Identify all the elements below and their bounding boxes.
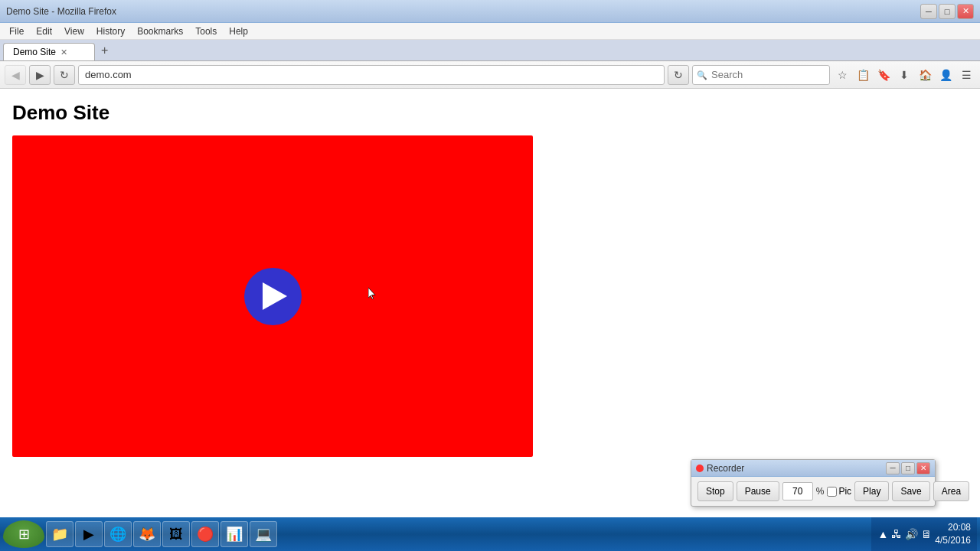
taskbar-recorder-app[interactable]: 🔴 [191,521,219,547]
recorder-controls: Stop Pause % Pic Play Save Area [691,477,935,506]
title-bar: Demo Site - Mozilla Firefox ─ □ ✕ [0,0,980,23]
page-title: Demo Site [12,101,968,125]
svg-marker-0 [368,288,375,299]
back-button[interactable]: ◀ [5,65,26,85]
close-button[interactable]: ✕ [957,4,974,19]
clock-time: 20:08 [935,521,971,534]
recorder-widget: Recorder ─ □ ✕ Stop Pause % Pic Play Sav… [691,459,936,507]
minimize-button[interactable]: ─ [920,4,937,19]
address-bar[interactable] [78,65,665,85]
new-tab-button[interactable]: + [95,41,114,60]
page-content: Demo Site [0,89,980,517]
search-icon: 🔍 [697,70,707,80]
save-button[interactable]: Save [892,481,929,501]
pocket-icon[interactable]: 🔖 [874,66,893,84]
tab-close-icon[interactable]: ✕ [60,47,67,57]
menu-edit[interactable]: Edit [30,24,58,38]
bookmark-star-icon[interactable]: ☆ [833,66,851,84]
pic-checkbox[interactable] [827,487,837,497]
fps-input[interactable] [782,482,813,500]
pause-button[interactable]: Pause [737,481,779,501]
menu-bar: File Edit View History Bookmarks Tools H… [0,23,980,40]
mouse-cursor [368,287,377,301]
system-clock[interactable]: 20:08 4/5/2016 [935,521,971,547]
forward-button[interactable]: ▶ [29,65,51,85]
play-button[interactable] [244,268,302,325]
chrome-icon: 🌐 [109,526,126,543]
file-explorer-icon: 📁 [51,526,68,543]
recorder-window-controls: ─ □ ✕ [886,462,930,474]
menu-help[interactable]: Help [223,24,254,38]
percent-sign: % [816,486,825,497]
taskbar: ⊞ 📁 ▶ 🌐 🦊 🖼 🔴 📊 💻 ▲ 🖧 🔊 [0,517,980,551]
terminal-icon: 💻 [255,526,272,543]
media-player-icon: ▶ [83,526,94,543]
taskbar-chrome[interactable]: 🌐 [104,521,132,547]
restore-button[interactable]: □ [939,4,956,19]
recorder-title-label: Recorder [707,463,883,474]
play-rec-button[interactable]: Play [854,481,889,501]
play-icon [263,282,287,310]
pic-checkbox-label[interactable]: Pic [827,486,851,497]
taskbar-firefox[interactable]: 🦊 [133,521,161,547]
start-button[interactable]: ⊞ [3,520,44,548]
menu-bookmarks[interactable]: Bookmarks [131,24,189,38]
tab-label: Demo Site [13,47,56,57]
tab-demo-site[interactable]: Demo Site ✕ [3,43,95,60]
taskbar-terminal[interactable]: 💻 [250,521,277,547]
system-tray: ▲ 🖧 🔊 🖥 20:08 4/5/2016 [871,517,977,551]
firefox-icon: 🦊 [139,526,155,543]
area-button[interactable]: Area [933,481,969,501]
recorder-restore-button[interactable]: □ [901,462,915,474]
recorder-title-bar: Recorder ─ □ ✕ [691,460,935,477]
recorder-taskbar-icon: 🔴 [197,526,214,543]
clock-date: 4/5/2016 [935,534,971,547]
nav-bar: ◀ ▶ ↻ ↻ 🔍 ☆ 📋 🔖 ⬇ 🏠 👤 ☰ [0,61,980,89]
tray-network-icon[interactable]: 🖧 [891,528,902,540]
taskbar-file-explorer[interactable]: 📁 [46,521,74,547]
tab-bar: Demo Site ✕ + [0,40,980,61]
stocks-icon: 📊 [226,526,243,543]
reload-button[interactable]: ↻ [54,65,75,85]
menu-history[interactable]: History [90,24,131,38]
recorder-record-dot [696,465,704,472]
photos-icon: 🖼 [169,527,183,543]
stop-button[interactable]: Stop [697,481,733,501]
window-title: Demo Site - Mozilla Firefox [6,6,920,17]
menu-tools[interactable]: Tools [189,24,223,38]
menu-file[interactable]: File [3,24,30,38]
nav-icons: ☆ 📋 🔖 ⬇ 🏠 👤 ☰ [833,66,975,84]
window-controls: ─ □ ✕ [920,4,974,19]
recorder-minimize-button[interactable]: ─ [886,462,900,474]
tray-display-icon[interactable]: 🖥 [921,528,932,540]
reload-address-button[interactable]: ↻ [668,65,689,85]
video-player[interactable] [12,135,533,457]
recorder-close-button[interactable]: ✕ [916,462,930,474]
tray-volume-icon[interactable]: 🔊 [905,528,918,540]
pic-label: Pic [838,486,851,497]
windows-logo-icon: ⊞ [18,526,30,543]
bookmark-list-icon[interactable]: 📋 [854,66,872,84]
menu-view[interactable]: View [58,24,90,38]
taskbar-photos[interactable]: 🖼 [162,521,190,547]
sync-icon[interactable]: 👤 [936,66,955,84]
search-input[interactable] [692,65,830,85]
download-icon[interactable]: ⬇ [895,66,913,84]
taskbar-media-player[interactable]: ▶ [75,521,103,547]
home-icon[interactable]: 🏠 [916,66,934,84]
tray-arrow-icon[interactable]: ▲ [877,528,888,540]
search-container: 🔍 [692,65,830,85]
taskbar-stocks[interactable]: 📊 [220,521,248,547]
menu-icon[interactable]: ☰ [957,66,975,84]
